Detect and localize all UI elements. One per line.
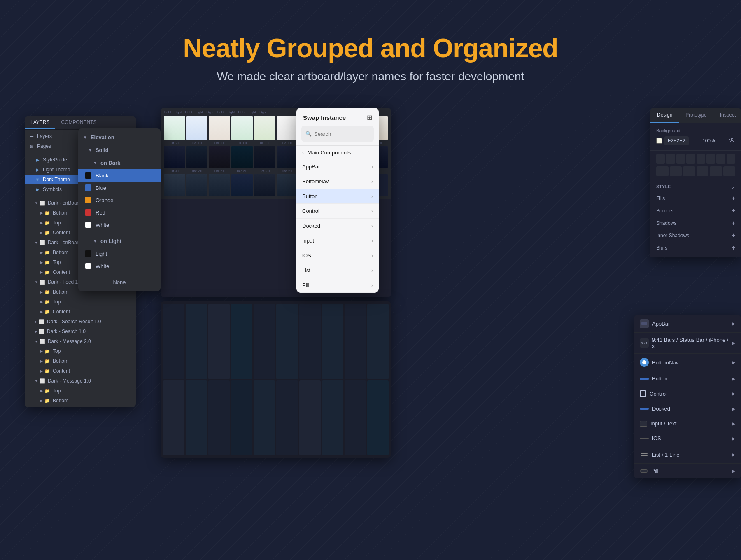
inputtext-label: Input / Text	[650, 420, 676, 427]
inputtext-left: Input / Text	[640, 420, 676, 427]
layer-dark-search[interactable]: ▶ ⬜ Dark - Search 1.0	[25, 327, 136, 336]
swap-item-ios[interactable]: iOS ›	[296, 248, 379, 263]
prop-ctrl-2[interactable]	[670, 166, 682, 176]
bottom-item-bottomnav[interactable]: BottomNav ▶	[634, 354, 741, 371]
swap-item-control[interactable]: Control ›	[296, 204, 379, 219]
white-label-dark: White	[96, 222, 109, 228]
color-item-white-dark[interactable]: White	[78, 219, 161, 231]
pill-left: Pill	[640, 468, 658, 474]
triangle-icon: ▼	[35, 280, 38, 284]
color-item-black-light[interactable]: Light	[78, 247, 161, 260]
screen-icon: ⬜	[40, 338, 45, 344]
chevron-right-icon: ›	[371, 223, 373, 229]
align-ctrl-8[interactable]	[727, 154, 735, 164]
control-label: Control	[302, 208, 319, 214]
add-icon[interactable]: +	[732, 207, 735, 215]
bottom-item-ios[interactable]: iOS ▶	[634, 431, 741, 446]
search-input[interactable]	[314, 131, 379, 137]
layer-top-4[interactable]: ▶ 📁 Top	[25, 346, 136, 356]
bottom-item-button[interactable]: Button ▶	[634, 371, 741, 386]
align-ctrl-5[interactable]	[697, 154, 705, 164]
button-label: Button	[652, 376, 668, 382]
black-swatch	[85, 172, 91, 179]
align-ctrl-3[interactable]	[676, 154, 685, 164]
bottom-item-statusbar[interactable]: 9:41 9:41 Bars / Status Bar / iPhone / x…	[634, 333, 741, 354]
white-label-light: White	[96, 263, 109, 269]
triangle-icon: ▼	[35, 340, 38, 343]
prop-ctrl-6[interactable]	[723, 166, 736, 176]
bottom-item-pill[interactable]: Pill ▶	[634, 464, 741, 478]
add-icon[interactable]: +	[732, 219, 735, 227]
triangle-icon: ▶	[35, 330, 37, 334]
back-icon[interactable]: ‹	[302, 149, 304, 156]
swap-item-button[interactable]: Button ›	[296, 189, 379, 204]
none-option[interactable]: None	[78, 276, 161, 289]
dropdown-elevation-header: ▼ Elevation	[78, 131, 161, 144]
color-item-blue-dark[interactable]: Blue	[78, 182, 161, 194]
layer-bottom-5[interactable]: ▶ 📁 Bottom	[25, 396, 136, 406]
color-item-black-dark[interactable]: Black	[78, 169, 161, 182]
add-icon[interactable]: +	[732, 244, 735, 252]
layer-top-5[interactable]: ▶ 📁 Top	[25, 386, 136, 396]
arrow-right-icon: ▶	[732, 436, 735, 441]
add-icon[interactable]: +	[732, 195, 735, 202]
swap-item-list[interactable]: List ›	[296, 263, 379, 278]
swap-item-docked[interactable]: Docked ›	[296, 219, 379, 233]
folder-icon: ▶	[35, 187, 40, 192]
chevron-right-icon: ›	[371, 208, 373, 214]
opacity-value: 100%	[702, 138, 715, 144]
swap-search[interactable]: 🔍 Local comp... ▼	[301, 126, 374, 142]
swap-item-input[interactable]: Input ›	[296, 233, 379, 248]
swap-breadcrumb[interactable]: ‹ Main Components	[296, 145, 379, 159]
swap-item-pill[interactable]: Pill ›	[296, 278, 379, 293]
prop-ctrl-3[interactable]	[683, 166, 695, 176]
tab-inspect[interactable]: Inspect	[713, 108, 741, 123]
bottom-item-inputtext[interactable]: Input / Text ▶	[634, 416, 741, 431]
triangle-icon: ▶	[40, 359, 43, 363]
folder-icon: 📁	[44, 250, 50, 255]
prop-ctrl-1[interactable]	[656, 166, 669, 176]
control-label: Control	[650, 391, 667, 397]
layer-dark-message2[interactable]: ▼ ⬜ Dark - Message 2.0	[25, 336, 136, 346]
prop-ctrl-5[interactable]	[710, 166, 722, 176]
align-ctrl-2[interactable]	[666, 154, 675, 164]
add-icon[interactable]: +	[732, 232, 735, 239]
swap-item-appbar[interactable]: AppBar ›	[296, 159, 379, 174]
tab-prototype[interactable]: Prototype	[679, 108, 713, 123]
screenshots-area	[161, 301, 391, 458]
borders-label: Borders	[656, 208, 673, 214]
layers-tab-components[interactable]: COMPONENTS	[55, 116, 102, 129]
tab-design[interactable]: Design	[650, 108, 679, 123]
screen-icon: ⬜	[39, 319, 44, 324]
list-label: List	[302, 267, 310, 273]
ios-icon	[640, 438, 649, 439]
align-ctrl-4[interactable]	[686, 154, 695, 164]
align-ctrl-6[interactable]	[706, 154, 715, 164]
align-ctrl-1[interactable]	[656, 154, 665, 164]
layer-bottom-4[interactable]: ▶ 📁 Bottom	[25, 356, 136, 366]
bottom-item-docked[interactable]: Docked ▶	[634, 401, 741, 416]
swap-item-bottomnav[interactable]: BottomNav ›	[296, 174, 379, 189]
bottom-item-list[interactable]: List / 1 Line ▶	[634, 446, 741, 464]
eye-icon[interactable]: 👁	[729, 137, 735, 145]
layers-icon: ☰	[29, 133, 35, 139]
ios-label: iOS	[652, 435, 661, 441]
color-item-white-light[interactable]: White	[78, 260, 161, 272]
bg-color-swatch[interactable]	[656, 138, 662, 144]
bottom-item-control[interactable]: Control ▶	[634, 386, 741, 401]
dropdown-solid-header: ▼ Solid	[78, 144, 161, 156]
color-item-orange-dark[interactable]: Orange	[78, 194, 161, 206]
folder-icon: 📁	[44, 398, 50, 404]
bottom-item-appbar[interactable]: AppBar ▶	[634, 315, 741, 333]
layer-top-3[interactable]: ▶ 📁 Top	[25, 297, 136, 307]
prop-ctrl-4[interactable]	[697, 166, 709, 176]
layer-content-3[interactable]: ▶ 📁 Content	[25, 307, 136, 317]
align-ctrl-7[interactable]	[716, 154, 725, 164]
color-item-red-dark[interactable]: Red	[78, 206, 161, 219]
layer-dark-search-result[interactable]: ▶ ⬜ Dark - Search Result 1.0	[25, 317, 136, 327]
layer-content-4[interactable]: ▶ 📁 Content	[25, 366, 136, 376]
page-title: Neatly Grouped and Organized	[183, 33, 558, 63]
layer-dark-message1[interactable]: ▼ ⬜ Dark - Message 1.0	[25, 376, 136, 386]
chevron-down-icon[interactable]: ⌄	[730, 183, 735, 190]
layers-tab-layers[interactable]: LAYERS	[25, 116, 55, 129]
